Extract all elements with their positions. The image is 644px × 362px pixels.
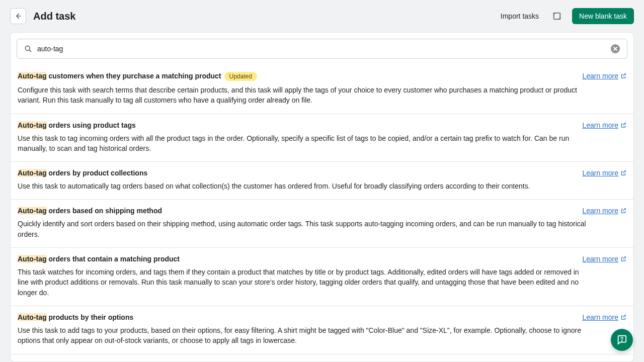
search-icon [24, 45, 32, 53]
task-item[interactable]: Auto-tag orders based on shipping method… [11, 199, 633, 247]
search-highlight: Auto-tag [18, 72, 47, 80]
search-bar [17, 39, 627, 59]
learn-more-link[interactable]: Learn more [582, 72, 626, 80]
task-title: Auto-tag orders that contain a matching … [18, 255, 577, 263]
learn-more-link[interactable]: Learn more [582, 121, 626, 129]
task-description: Use this task to add tags to your produc… [18, 325, 626, 346]
task-item[interactable]: Auto-tag orders that contain a matching … [11, 247, 633, 306]
task-head: Auto-tag orders by product collectionsLe… [18, 169, 626, 177]
task-title: Auto-tag customers when they purchase a … [18, 72, 577, 81]
task-item[interactable]: Auto-tag orders by product collectionsLe… [11, 161, 633, 199]
svg-point-6 [622, 341, 622, 341]
search-input[interactable] [37, 45, 606, 53]
task-title-rest: orders by product collections [47, 169, 148, 177]
search-highlight: Auto-tag [18, 255, 47, 263]
task-title-rest: orders using product tags [47, 121, 136, 129]
task-title: Auto-tag orders using product tags [18, 121, 577, 129]
import-tasks-link[interactable]: Import tasks [501, 12, 539, 20]
learn-more-link[interactable]: Learn more [582, 255, 626, 263]
clear-search-button[interactable] [611, 44, 620, 53]
learn-more-link[interactable]: Learn more [582, 169, 626, 177]
close-icon [613, 46, 618, 51]
back-button[interactable] [10, 8, 26, 24]
task-head: Auto-tag orders that contain a matching … [18, 255, 626, 263]
task-title-rest: orders that contain a matching product [47, 255, 180, 263]
search-highlight: Auto-tag [18, 169, 47, 177]
search-highlight: Auto-tag [18, 313, 47, 321]
task-description: This task watches for incoming orders, a… [18, 267, 626, 298]
svg-rect-1 [554, 13, 560, 20]
external-link-icon [620, 122, 626, 128]
page-header: Add task Import tasks New blank task [0, 0, 644, 32]
page-title: Add task [33, 11, 494, 22]
task-description: Configure this task with search terms th… [18, 85, 626, 106]
arrow-left-icon [14, 12, 22, 20]
learn-more-link[interactable]: Learn more [582, 207, 626, 215]
task-description: Use this task to automatically tag order… [18, 181, 626, 191]
task-item[interactable]: Auto-tag customers when they purchase a … [11, 65, 633, 114]
task-item[interactable]: Auto-tag products by their optionsLearn … [11, 306, 633, 354]
task-description: Quickly identify and sort orders based o… [18, 219, 626, 239]
task-head: Auto-tag customers when they purchase a … [18, 72, 626, 81]
task-list: Auto-tag customers when they purchase a … [11, 65, 633, 361]
task-title-rest: orders based on shipping method [47, 207, 162, 215]
task-item[interactable]: Auto-tag products that have a "compare a… [11, 354, 633, 361]
chat-question-icon [616, 334, 627, 345]
maximize-icon [552, 12, 561, 21]
task-title: Auto-tag orders based on shipping method [18, 207, 577, 215]
task-description: Use this task to tag incoming orders wit… [18, 133, 626, 154]
task-head: Auto-tag orders using product tagsLearn … [18, 121, 626, 129]
task-head: Auto-tag orders based on shipping method… [18, 207, 626, 215]
new-blank-task-button[interactable]: New blank task [572, 8, 634, 24]
external-link-icon [620, 314, 626, 320]
expand-window-button[interactable] [549, 8, 565, 24]
task-title-rest: customers when they purchase a matching … [47, 72, 221, 80]
task-title-rest: products by their options [47, 313, 134, 321]
external-link-icon [620, 256, 626, 262]
external-link-icon [620, 73, 626, 79]
task-card: Auto-tag customers when they purchase a … [10, 32, 634, 362]
task-title: Auto-tag orders by product collections [18, 169, 577, 177]
search-highlight: Auto-tag [18, 207, 47, 215]
task-title: Auto-tag products by their options [18, 313, 577, 321]
task-item[interactable]: Auto-tag orders using product tagsLearn … [11, 114, 633, 162]
external-link-icon [620, 170, 626, 176]
learn-more-link[interactable]: Learn more [582, 313, 626, 321]
updated-badge: Updated [224, 72, 257, 81]
search-highlight: Auto-tag [18, 121, 47, 129]
help-chat-button[interactable] [611, 329, 633, 351]
external-link-icon [620, 208, 626, 214]
svg-line-3 [29, 50, 31, 51]
task-head: Auto-tag products by their optionsLearn … [18, 313, 626, 321]
